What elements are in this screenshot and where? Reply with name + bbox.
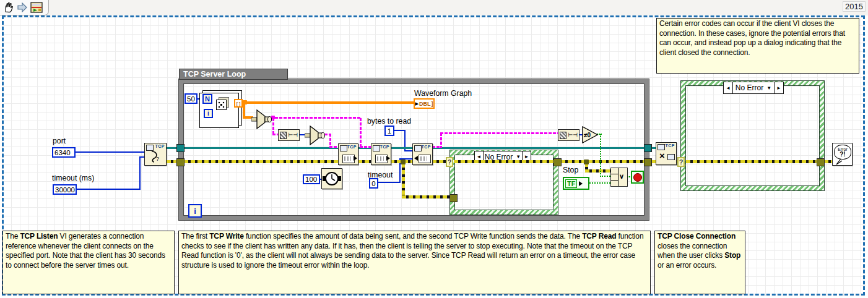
loop-condition-terminal[interactable] [631,171,644,184]
note-tcp-listen[interactable]: The TCP Listen VI generates a connection… [2,231,175,294]
hand-tool-icon[interactable] [3,2,14,13]
while-iteration-terminal[interactable]: i [188,204,202,218]
case-increment-icon[interactable]: ► [775,82,783,93]
wire-timeout[interactable] [139,156,141,190]
port-constant[interactable]: 6340 [52,147,76,158]
cursor-arrow-icon[interactable] [17,2,28,12]
wait-ms-constant[interactable]: 100 [303,174,320,184]
string-length-icon[interactable]: ⊢⊣ [278,129,300,141]
bytes-to-read-label[interactable]: bytes to read [367,117,411,126]
close-x-icon: × [659,151,665,160]
simple-error-handler-node[interactable]: Error ?! [832,143,853,166]
wire-junction [243,100,247,104]
indicator-arrow-icon: ▶ [415,101,419,106]
outer-case-structure[interactable] [681,81,824,190]
tunnel-connection-in[interactable] [176,144,184,152]
compound-or-node[interactable]: ∨ [610,168,628,187]
wire-error-branch[interactable] [402,163,405,197]
case-dropdown-icon[interactable]: ▼ [516,154,521,160]
wire-error-to-or[interactable] [585,169,610,172]
wire-string-to-length[interactable] [272,118,274,134]
tunnel-error[interactable] [449,194,458,202]
wire-error-branch[interactable] [402,195,450,198]
tunnel-error-in[interactable] [176,158,184,166]
computer-icon [658,144,665,150]
speech-bubble-icon: Error ?! [834,145,851,160]
wire-error[interactable] [824,160,833,163]
wire-string-to-write2[interactable] [360,146,372,148]
tcp-write-node[interactable]: TCP [338,143,358,165]
case-dropdown-icon[interactable]: ▼ [766,85,771,91]
control-arrow-icon [579,181,583,186]
for-loop-count-terminal[interactable]: N [202,94,212,104]
wire-port[interactable] [75,151,144,153]
wire-stop-bool[interactable] [589,182,610,184]
wait-ms-node[interactable] [321,168,342,189]
tcp-close-node[interactable]: TCP × [656,142,677,165]
case-decrement-icon[interactable]: ◄ [724,82,732,93]
stop-label[interactable]: Stop [563,166,578,174]
timeout-ms-label[interactable]: timeout (ms) [52,174,94,182]
wire-read-timeout[interactable] [378,182,401,183]
case-selector-tunnel[interactable]: ? [446,157,453,167]
array-tunnel[interactable]: [ ] [234,99,243,108]
tunnel-connection-out[interactable] [644,144,652,152]
wire-waveform-data[interactable] [242,101,414,104]
note-tcp-write-read[interactable]: The first TCP Write function specifies t… [178,231,651,294]
while-loop-title[interactable]: TCP Server Loop [179,69,288,80]
wire-neq-result[interactable] [600,176,610,177]
tunnel-error-out[interactable] [644,158,652,166]
tcp-listen-node[interactable]: TCP ? [144,143,167,166]
wire-neq-result[interactable] [600,134,601,177]
random-number-dice-icon[interactable] [216,100,227,110]
svg-text:?: ? [156,156,159,162]
tunnel-error[interactable] [553,158,562,166]
write-arrow-icon [354,156,357,161]
note-client-close[interactable]: Certain error codes can occur if the cli… [656,18,859,74]
svg-text:≠0: ≠0 [584,132,591,138]
wire-string-to-write2[interactable] [360,118,362,148]
window-top-strip [0,0,868,15]
waveform-graph-label[interactable]: Waveform Graph [414,89,472,98]
for-count-constant[interactable]: 50 [184,93,197,104]
tcp-read-node[interactable]: TCP [412,143,433,165]
wire-error[interactable] [686,160,818,163]
wire-error[interactable] [358,160,371,163]
bytes-to-read-constant[interactable]: 1 [384,126,394,136]
computer-icon [667,154,675,160]
computer-icon [414,145,422,151]
tunnel-error[interactable] [817,158,825,166]
wire-junction [584,160,589,164]
wire-read-data[interactable] [440,132,558,134]
read-timeout-constant[interactable]: 0 [369,178,378,189]
computer-icon [373,145,380,151]
waveform-graph-terminal[interactable]: ▶ DBL ] [414,98,435,109]
wire-error[interactable] [561,160,645,163]
note-tcp-close[interactable]: TCP Close Connection closes the connecti… [654,231,745,294]
type-cast-icon[interactable] [305,126,325,146]
timeout-ms-constant[interactable]: 30000 [53,184,77,195]
port-label[interactable]: port [53,137,66,145]
type-cast-icon[interactable] [251,109,272,130]
labview-block-diagram: 2015 TCP Server Loop i ◄ No Error▼ ► ◄ N… [0,0,868,298]
data-grid-icon [342,155,355,163]
bubble-tail-icon [836,159,842,165]
year-label: 2015 [843,1,866,12]
string-length-icon[interactable]: ⊢⊣ [558,129,579,141]
tcp-write-node[interactable]: TCP [371,143,391,165]
wire-error[interactable] [184,160,339,163]
vi-edit-icon[interactable] [30,2,43,13]
outer-case-selector[interactable]: ◄ No Error▼ ► [723,82,784,94]
case-selector-tunnel[interactable]: ? [677,157,685,167]
read-arrow-icon [414,156,418,161]
for-iteration-terminal[interactable]: i [204,109,213,118]
wire-string-data[interactable] [271,117,362,119]
stop-control-terminal[interactable]: TF [563,177,589,190]
wire-read-data[interactable] [440,133,442,148]
data-grid-icon [375,155,388,163]
wire-error[interactable] [454,160,555,163]
listen-ear-icon: ? [149,150,162,164]
wire-timeout[interactable] [76,189,141,190]
not-equal-zero-icon[interactable]: ≠0 [582,126,599,143]
wire-bytes-to-read[interactable] [404,150,413,151]
